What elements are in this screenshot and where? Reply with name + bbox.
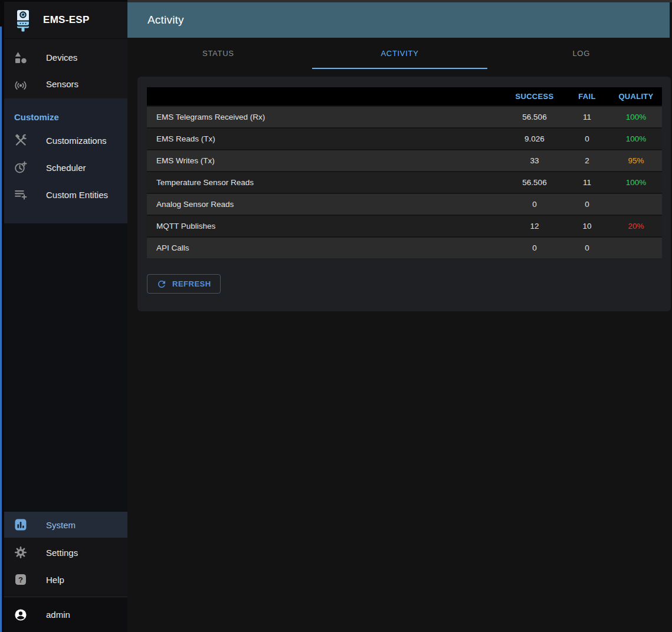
sidebar-item-help[interactable]: ? Help xyxy=(4,566,127,593)
sidebar: EMS-ESP Devices xyxy=(0,0,127,632)
success-column-header: SUCCESS xyxy=(505,92,564,101)
sidebar-item-label: Customizations xyxy=(46,136,107,146)
refresh-button-label: REFRESH xyxy=(172,279,211,288)
sidebar-item-label: Devices xyxy=(46,52,77,62)
more-time-icon xyxy=(14,160,28,175)
fail-value: 11 xyxy=(564,178,610,187)
table-header-row: SUCCESS FAIL QUALITY xyxy=(147,87,662,106)
tab-bar: STATUS ACTIVITY LOG xyxy=(127,38,672,69)
success-value: 12 xyxy=(505,222,564,231)
main-area: Activity STATUS ACTIVITY LOG SUCCESS FAI… xyxy=(127,0,672,632)
sidebar-item-label: Scheduler xyxy=(46,163,86,173)
tab-log[interactable]: LOG xyxy=(490,38,672,69)
sidebar-item-label: Custom Entities xyxy=(46,190,108,200)
boiler-logo-icon xyxy=(13,8,33,32)
app-title: EMS-ESP xyxy=(43,14,90,26)
sidebar-item-settings[interactable]: Settings xyxy=(4,539,127,566)
table-row: EMS Telegrams Received (Rx) 56.506 11 10… xyxy=(147,106,662,127)
table-row: Temperature Sensor Reads 56.506 11 100% xyxy=(147,171,662,193)
refresh-button[interactable]: REFRESH xyxy=(147,274,221,294)
page-title: Activity xyxy=(147,14,184,27)
app-logo-header[interactable]: EMS-ESP xyxy=(4,2,127,39)
sidebar-spacer xyxy=(4,223,127,512)
tab-activity[interactable]: ACTIVITY xyxy=(309,38,491,69)
metric-label: Temperature Sensor Reads xyxy=(147,178,505,187)
tab-status[interactable]: STATUS xyxy=(127,38,309,69)
quality-value: 20% xyxy=(610,222,662,231)
table-row: MQTT Publishes 12 10 20% xyxy=(147,215,662,236)
success-value: 0 xyxy=(505,243,564,252)
gear-icon xyxy=(14,545,28,559)
left-edge-accent-line xyxy=(0,27,2,632)
refresh-icon xyxy=(156,279,167,289)
sidebar-item-scheduler[interactable]: Scheduler xyxy=(4,154,127,181)
sensors-icon xyxy=(14,77,28,91)
metric-label: EMS Reads (Tx) xyxy=(147,134,505,143)
analytics-icon xyxy=(14,518,28,532)
svg-text:?: ? xyxy=(18,575,23,584)
sidebar-item-devices[interactable]: Devices xyxy=(4,44,127,71)
fail-value: 2 xyxy=(564,156,610,165)
ems-esp-app: EMS-ESP Devices xyxy=(0,0,672,632)
sidebar-item-custom-entities[interactable]: Custom Entities xyxy=(4,181,127,208)
content-area: SUCCESS FAIL QUALITY EMS Telegrams Recei… xyxy=(127,69,672,632)
quality-value: 100% xyxy=(610,113,662,121)
sidebar-item-label: Help xyxy=(46,575,64,585)
metric-label: Analog Sensor Reads xyxy=(147,200,505,209)
quality-value: 100% xyxy=(610,134,662,143)
sidebar-item-system[interactable]: System xyxy=(4,512,127,538)
quality-value: 100% xyxy=(610,178,662,187)
metric-label: EMS Writes (Tx) xyxy=(147,156,505,165)
sidebar-customize-section: Customize Customizations xyxy=(4,98,127,223)
table-row: API Calls 0 0 xyxy=(147,236,662,258)
quality-value: 95% xyxy=(610,156,662,165)
sidebar-item-label: Sensors xyxy=(46,79,78,89)
table-row: EMS Reads (Tx) 9.026 0 100% xyxy=(147,127,662,149)
table-row: EMS Writes (Tx) 33 2 95% xyxy=(147,149,662,171)
username-label: admin xyxy=(46,610,70,620)
sidebar-item-label: System xyxy=(46,520,76,530)
metric-label: MQTT Publishes xyxy=(147,222,505,231)
sidebar-item-sensors[interactable]: Sensors xyxy=(4,71,127,97)
table-row: Analog Sensor Reads 0 0 xyxy=(147,193,662,215)
fail-column-header: FAIL xyxy=(564,92,610,101)
sidebar-bottom-menu: Settings ? Help xyxy=(4,538,127,597)
quality-column-header: QUALITY xyxy=(610,92,662,101)
success-value: 9.026 xyxy=(505,134,564,143)
user-menu-admin[interactable]: admin xyxy=(4,597,127,632)
sidebar-user-section: admin xyxy=(4,597,127,632)
fail-value: 0 xyxy=(564,200,610,209)
activity-card: SUCCESS FAIL QUALITY EMS Telegrams Recei… xyxy=(137,77,671,311)
help-icon: ? xyxy=(14,572,28,587)
appbar: Activity xyxy=(127,2,670,38)
success-value: 56.506 xyxy=(505,178,564,187)
success-value: 0 xyxy=(505,200,564,209)
customize-section-label: Customize xyxy=(4,98,127,127)
success-value: 56.506 xyxy=(505,113,564,121)
sidebar-item-customizations[interactable]: Customizations xyxy=(4,127,127,154)
fail-value: 11 xyxy=(564,113,610,121)
category-icon xyxy=(14,51,28,65)
metric-label: EMS Telegrams Received (Rx) xyxy=(147,113,505,121)
success-value: 33 xyxy=(505,156,564,165)
construction-icon xyxy=(14,133,28,147)
activity-table: SUCCESS FAIL QUALITY EMS Telegrams Recei… xyxy=(147,87,662,258)
playlist-add-icon xyxy=(14,187,28,202)
account-circle-icon xyxy=(14,608,28,622)
sidebar-system-selected: System xyxy=(4,512,127,538)
metric-label: API Calls xyxy=(147,243,505,252)
sidebar-item-label: Settings xyxy=(46,548,78,558)
fail-value: 0 xyxy=(564,243,610,252)
fail-value: 0 xyxy=(564,134,610,143)
fail-value: 10 xyxy=(564,222,610,231)
sidebar-main-menu: Devices Sensors xyxy=(4,39,127,98)
